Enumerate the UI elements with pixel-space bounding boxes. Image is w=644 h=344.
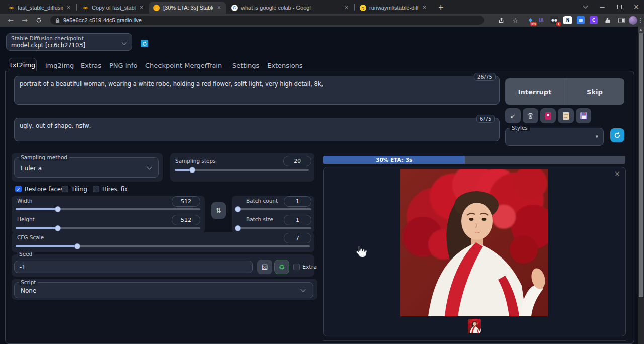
extension-icon-3[interactable]: ●● 1 [550,16,558,24]
browser-tab-4[interactable]: G what is google colab - Googl × [227,2,353,14]
tab-close-icon[interactable]: × [216,4,222,11]
browser-tab-active[interactable]: [30% ETA: 3s] Stable Diffusion × [149,2,226,14]
browser-tab-1[interactable]: ∞ fast_stable_diffusion_AUTOMA × [4,2,75,14]
clipboard-icon [563,112,569,120]
slider-handle[interactable] [55,225,61,231]
tab-train[interactable]: Train [206,62,222,69]
styles-refresh-button[interactable] [610,128,624,142]
script-label: Script [19,279,38,286]
extension-badge: 20 [530,22,537,26]
batch-size-slider[interactable] [238,227,311,229]
tab-extras[interactable]: Extras [80,62,101,69]
restore-faces-checkbox[interactable]: ✓ [15,186,22,192]
height-slider[interactable] [16,227,200,229]
tab-separator [354,4,355,11]
slider-handle[interactable] [235,225,241,231]
tab-extensions[interactable]: Extensions [267,62,303,69]
tab-close-icon[interactable]: × [422,4,427,11]
width-slider[interactable] [16,208,200,210]
gallery-close-icon[interactable]: × [614,169,620,178]
back-icon[interactable]: ← [5,15,16,25]
hires-fix-label: Hires. fix [102,186,128,193]
random-seed-button[interactable]: ⚄ [257,260,272,274]
sampling-method-label: Sampling method [19,154,69,161]
reload-icon[interactable] [33,15,44,25]
clear-prompt-button[interactable] [523,108,538,123]
prompt-textarea[interactable]: portrait of a beautiful woman, wearing a… [14,76,500,105]
tab-title: Copy of fast_stable_diffusion_ [92,5,136,11]
tab-png-info[interactable]: PNG Info [109,62,137,69]
tab-close-icon[interactable]: × [66,4,71,11]
browser-tab-2[interactable]: ∞ Copy of fast_stable_diffusion_ × [78,2,148,14]
tab-img2img[interactable]: img2img [45,62,74,69]
extension-icon-6[interactable]: C [590,16,598,24]
tab-close-icon[interactable]: × [344,4,349,11]
width-input[interactable]: 512 [172,196,200,207]
sampling-steps-input[interactable]: 20 [283,156,311,166]
save-style-button[interactable] [576,108,591,123]
window-maximize-button[interactable] [611,0,628,13]
swap-dimensions-button[interactable]: ⇅ [211,202,226,219]
slider-handle[interactable] [74,243,80,249]
scroll-up-icon[interactable]: ▲ [638,27,644,33]
negative-token-counter: 6/75 [476,115,495,123]
scrollbar-thumb[interactable] [639,33,643,297]
slider-handle[interactable] [235,206,241,212]
tiling-checkbox[interactable] [62,186,68,192]
styles-dropdown[interactable]: Styles ▾ [505,128,604,146]
share-icon[interactable] [496,15,507,25]
extension-icon-5[interactable] [577,16,585,24]
checkpoint-dropdown[interactable]: Stable Diffusion checkpoint model.ckpt [… [6,33,132,51]
paste-params-button[interactable]: ↙ [505,108,521,123]
height-input[interactable]: 512 [172,215,200,225]
generated-image-preview[interactable] [400,169,548,316]
browser-menu-dots-icon[interactable]: ⋮ [638,15,643,25]
sidebar-panel-icon[interactable] [616,15,627,25]
stable-diffusion-webui: Stable Diffusion checkpoint model.ckpt [… [0,27,638,344]
batch-count-slider[interactable] [238,208,311,210]
cfg-slider[interactable] [16,245,310,247]
page-scrollbar[interactable]: ▲ [638,27,644,344]
tab-separator [76,4,77,11]
tab-txt2img[interactable]: txt2img [9,58,37,71]
interrupt-button[interactable]: Interrupt [505,78,565,105]
script-dropdown[interactable]: Script None [14,282,313,298]
batch-count-input[interactable]: 1 [284,196,311,207]
extension-icon-notion[interactable]: N [564,16,572,24]
extensions-puzzle-icon[interactable] [602,15,613,25]
gallery-thumbnail[interactable] [468,319,481,333]
extension-icon-1[interactable]: 20 [526,16,534,24]
tab-checkpoint-merger[interactable]: Checkpoint Merger [145,62,207,69]
bookmark-star-icon[interactable]: ☆ [510,15,521,25]
reuse-seed-button[interactable]: ♻ [274,260,289,274]
profile-avatar[interactable] [629,16,637,25]
address-bar[interactable]: 9e5e6cc2-c519-4dc5.gradio.live [50,16,484,25]
extension-icon-ia[interactable]: IA [537,16,545,24]
browser-tab-5[interactable]: :) runwayml/stable-diffusion-v1 × [356,2,431,14]
negative-prompt-textarea[interactable]: ugly, out of shape, nsfw, [14,118,500,141]
window-close-button[interactable]: × [628,0,644,13]
hand-cursor [352,243,369,261]
hires-fix-checkbox[interactable] [93,186,99,192]
tab-settings[interactable]: Settings [232,62,259,69]
generate-button-group: Interrupt Skip [505,78,624,105]
checkpoint-refresh-button[interactable] [141,40,148,47]
slider-handle[interactable] [55,206,61,212]
skip-button[interactable]: Skip [565,78,624,105]
sampling-steps-slider[interactable] [175,169,309,171]
forward-icon[interactable]: → [19,15,30,25]
lock-icon [55,18,60,23]
cfg-input[interactable]: 7 [284,233,311,243]
new-tab-button[interactable]: + [435,2,446,12]
tab-search-icon[interactable] [577,0,594,13]
batch-size-input[interactable]: 1 [284,215,311,225]
extra-seed-checkbox[interactable] [293,264,300,270]
seed-input[interactable] [14,261,253,273]
output-footer-divider [323,340,626,344]
tab-close-icon[interactable]: × [139,4,144,11]
apply-style-button[interactable] [558,108,574,123]
extra-networks-button[interactable] [540,108,556,123]
slider-handle[interactable] [189,167,195,173]
sampling-method-dropdown[interactable]: Sampling method Euler a [14,157,159,178]
window-minimize-button[interactable]: — [594,0,611,13]
